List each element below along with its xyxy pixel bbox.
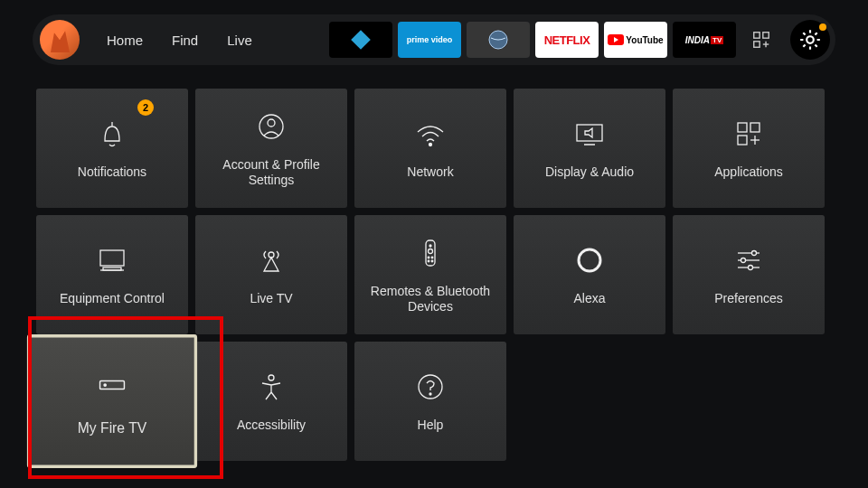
tile-account-profile[interactable]: Account & Profile Settings bbox=[195, 89, 347, 208]
svg-rect-14 bbox=[738, 136, 747, 145]
nav-home[interactable]: Home bbox=[107, 33, 143, 48]
antenna-icon bbox=[253, 242, 289, 278]
tile-notifications[interactable]: 2 Notifications bbox=[36, 89, 188, 208]
display-icon bbox=[571, 116, 608, 152]
device-icon bbox=[92, 365, 133, 406]
svg-point-23 bbox=[428, 257, 429, 258]
app-tiles-row: prime video NETFLIX YouTube INDIATV bbox=[329, 20, 830, 60]
tile-live-tv[interactable]: Live TV bbox=[195, 215, 347, 334]
tile-label: Remotes & Bluetooth Devices bbox=[363, 284, 497, 315]
tile-accessibility[interactable]: Accessibility bbox=[195, 342, 347, 461]
tile-label: My Fire TV bbox=[78, 419, 146, 437]
svg-point-24 bbox=[431, 257, 433, 258]
svg-rect-17 bbox=[100, 250, 124, 266]
alexa-icon bbox=[571, 242, 608, 278]
tile-label: Display & Audio bbox=[545, 164, 634, 181]
notifications-badge: 2 bbox=[137, 99, 154, 116]
tile-applications[interactable]: Applications bbox=[673, 89, 825, 208]
user-icon bbox=[253, 108, 289, 145]
tile-label: Applications bbox=[714, 164, 783, 181]
all-apps-button[interactable] bbox=[741, 20, 781, 60]
tile-label: Accessibility bbox=[237, 418, 306, 434]
tv-icon bbox=[94, 242, 130, 278]
svg-rect-12 bbox=[738, 123, 747, 132]
tile-label: Equipment Control bbox=[60, 291, 165, 307]
nav-links: Home Find Live bbox=[107, 33, 252, 48]
tile-network[interactable]: Network bbox=[354, 89, 506, 208]
tile-label: Live TV bbox=[250, 291, 292, 307]
app-tile-youtube[interactable]: YouTube bbox=[604, 22, 667, 58]
youtube-play-icon bbox=[608, 34, 624, 45]
svg-rect-11 bbox=[577, 125, 602, 141]
top-navigation-bar: Home Find Live prime video NETFLIX YouTu… bbox=[33, 14, 835, 65]
help-icon bbox=[412, 369, 448, 405]
app-tile-prime-video[interactable]: prime video bbox=[398, 22, 461, 58]
gear-icon bbox=[798, 28, 822, 52]
tile-remotes-bluetooth[interactable]: Remotes & Bluetooth Devices bbox=[354, 215, 506, 334]
tile-preferences[interactable]: Preferences bbox=[673, 215, 825, 334]
app-tile-kodi[interactable] bbox=[329, 22, 392, 58]
tile-label: Account & Profile Settings bbox=[204, 157, 338, 189]
settings-notification-dot bbox=[819, 23, 826, 31]
svg-point-7 bbox=[807, 36, 814, 43]
tile-alexa[interactable]: Alexa bbox=[514, 215, 665, 334]
svg-point-29 bbox=[752, 251, 757, 256]
tile-label: Alexa bbox=[573, 291, 605, 307]
svg-point-27 bbox=[579, 249, 600, 271]
settings-grid: 2 Notifications Account & Profile Settin… bbox=[36, 89, 832, 461]
nav-live[interactable]: Live bbox=[227, 33, 252, 48]
app-tile-browser[interactable] bbox=[467, 22, 530, 58]
settings-button[interactable] bbox=[790, 20, 830, 60]
nav-find[interactable]: Find bbox=[172, 33, 198, 48]
svg-point-10 bbox=[429, 144, 432, 146]
app-tile-netflix[interactable]: NETFLIX bbox=[535, 22, 599, 58]
svg-point-21 bbox=[429, 245, 431, 247]
tile-equipment-control[interactable]: Equipment Control bbox=[36, 215, 188, 334]
tile-label: Preferences bbox=[714, 291, 782, 307]
svg-point-31 bbox=[741, 258, 746, 263]
tile-my-fire-tv[interactable]: My Fire TV bbox=[27, 334, 197, 468]
svg-point-26 bbox=[431, 260, 433, 262]
svg-rect-3 bbox=[763, 33, 769, 38]
svg-point-35 bbox=[104, 384, 106, 386]
svg-rect-13 bbox=[750, 123, 760, 132]
svg-rect-4 bbox=[754, 42, 760, 47]
tile-label: Network bbox=[407, 164, 453, 181]
apps-icon bbox=[731, 116, 767, 152]
svg-point-36 bbox=[269, 375, 274, 380]
svg-point-25 bbox=[428, 260, 429, 262]
svg-point-38 bbox=[429, 393, 431, 395]
tile-help[interactable]: Help bbox=[354, 342, 506, 461]
sliders-icon bbox=[731, 242, 767, 278]
svg-point-22 bbox=[429, 249, 433, 253]
tile-display-audio[interactable]: Display & Audio bbox=[514, 89, 665, 208]
svg-point-9 bbox=[268, 119, 275, 127]
accessibility-icon bbox=[253, 369, 289, 405]
profile-avatar[interactable] bbox=[40, 20, 80, 60]
wifi-icon bbox=[412, 116, 448, 152]
bell-icon bbox=[94, 116, 130, 152]
remote-icon bbox=[412, 235, 448, 271]
svg-rect-2 bbox=[754, 33, 760, 38]
app-tile-india-tv[interactable]: INDIATV bbox=[673, 22, 736, 58]
tile-label: Notifications bbox=[78, 164, 146, 181]
tile-label: Help bbox=[418, 418, 444, 434]
svg-point-33 bbox=[749, 266, 753, 270]
